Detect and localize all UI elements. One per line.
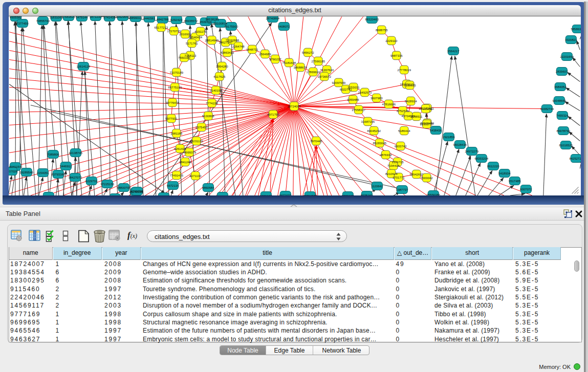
svg-text:31682744: 31682744 [540,107,554,110]
svg-text:17869910: 17869910 [307,70,320,73]
svg-text:7003042: 7003042 [421,176,433,179]
svg-text:38754377: 38754377 [303,194,317,195]
svg-text:9487336: 9487336 [390,54,403,57]
svg-text:2264748: 2264748 [232,45,245,48]
svg-text:38688676: 38688676 [294,65,308,69]
svg-text:66775103: 66775103 [168,85,182,89]
svg-text:7377459: 7377459 [16,21,29,25]
svg-text:93303777: 93303777 [420,122,434,125]
svg-text:3871230: 3871230 [90,16,102,18]
svg-text:1954280: 1954280 [216,64,228,68]
svg-text:6672134: 6672134 [167,184,179,187]
svg-text:6438436: 6438436 [430,128,442,132]
svg-text:6007072: 6007072 [520,187,532,190]
svg-text:3607983: 3607983 [371,96,383,99]
svg-text:7194416: 7194416 [387,164,400,167]
svg-text:2437026: 2437026 [9,169,18,172]
svg-text:28814949: 28814949 [205,38,219,41]
svg-text:70855700: 70855700 [36,19,50,22]
svg-text:71367643: 71367643 [320,68,334,71]
svg-text:7550190: 7550190 [178,56,190,59]
svg-text:28740864: 28740864 [266,16,280,19]
svg-text:55540424: 55540424 [189,35,203,38]
svg-text:44999379: 44999379 [183,150,197,154]
svg-text:25492573: 25492573 [358,91,372,94]
svg-text:2140194: 2140194 [210,89,222,92]
svg-text:98231132: 98231132 [190,139,204,142]
svg-text:7089806: 7089806 [47,152,59,156]
svg-text:1841248: 1841248 [179,160,191,163]
svg-text:1848731: 1848731 [246,48,258,51]
svg-text:27558317: 27558317 [352,108,366,111]
svg-text:5479144: 5479144 [76,16,88,19]
svg-text:38427073: 38427073 [69,176,82,179]
svg-text:42138745: 42138745 [69,151,83,154]
svg-text:2229110: 2229110 [386,39,398,42]
svg-text:1120642: 1120642 [372,184,384,187]
svg-text:96028436: 96028436 [453,143,467,146]
svg-text:5428914: 5428914 [405,99,417,102]
svg-text:3684052: 3684052 [554,85,567,88]
svg-text:24972279: 24972279 [465,149,479,152]
svg-text:8210624: 8210624 [385,172,398,175]
svg-text:71070189: 71070189 [170,71,184,74]
svg-text:58942697: 58942697 [410,172,424,176]
svg-text:6229731: 6229731 [85,179,98,182]
svg-text:2839607: 2839607 [556,70,568,73]
svg-text:6261415: 6261415 [174,147,186,150]
svg-text:60929647: 60929647 [116,16,130,18]
svg-text:2130789: 2130789 [158,195,170,195]
svg-text:84252722: 84252722 [570,157,581,160]
svg-text:8935169: 8935169 [361,193,373,195]
svg-text:3564217: 3564217 [447,49,460,52]
svg-text:2626229: 2626229 [42,194,55,195]
svg-text:5446912: 5446912 [60,164,72,167]
svg-text:90048665: 90048665 [553,99,567,102]
svg-text:5977931: 5977931 [165,117,178,120]
svg-text:5408072: 5408072 [278,25,290,28]
svg-text:58586340: 58586340 [571,27,581,30]
svg-text:2876932: 2876932 [380,153,392,156]
svg-text:8930103: 8930103 [342,194,354,195]
svg-text:1701771: 1701771 [393,176,405,179]
svg-text:88320463: 88320463 [365,17,379,20]
svg-text:3500715: 3500715 [391,160,404,163]
svg-text:4117625: 4117625 [214,75,226,78]
svg-text:95899313: 95899313 [129,16,143,19]
svg-text:6933742: 6933742 [395,144,407,147]
svg-text:5130808: 5130808 [202,114,214,117]
svg-text:6271130: 6271130 [190,174,202,177]
svg-text:27566185: 27566185 [312,59,325,62]
svg-text:3790237: 3790237 [269,57,281,60]
svg-text:3970445: 3970445 [310,139,322,142]
svg-text:83793389: 83793389 [52,172,66,176]
svg-text:5186414: 5186414 [398,129,410,132]
svg-text:7199635: 7199635 [404,83,416,86]
svg-text:1987737: 1987737 [396,188,408,191]
svg-text:6752576: 6752576 [397,109,409,112]
svg-text:7774229: 7774229 [206,101,218,104]
svg-text:35556386: 35556386 [427,193,441,195]
svg-text:3253031: 3253031 [347,85,360,89]
svg-text:19289546: 19289546 [20,170,34,173]
svg-text:4191175: 4191175 [195,30,207,33]
svg-text:8612220: 8612220 [487,164,499,167]
svg-text:97225156: 97225156 [101,182,115,185]
svg-text:85283645: 85283645 [373,141,387,144]
svg-text:92097999: 92097999 [332,81,346,84]
svg-text:2564689: 2564689 [259,52,271,55]
svg-text:5041154: 5041154 [10,165,22,168]
svg-text:2548511: 2548511 [411,115,423,118]
svg-text:47135391: 47135391 [419,107,433,110]
svg-text:77491435: 77491435 [170,173,184,177]
svg-text:4905582: 4905582 [10,16,22,19]
svg-text:68353204: 68353204 [475,157,489,160]
svg-text:3320821: 3320821 [565,38,577,41]
svg-text:19736572: 19736572 [318,75,332,78]
svg-text:2921859: 2921859 [443,135,455,138]
svg-text:29175900: 29175900 [225,25,238,28]
svg-text:5171761: 5171761 [186,41,198,45]
svg-text:75181648: 75181648 [282,61,296,64]
svg-text:81016525: 81016525 [559,143,573,146]
svg-text:3154051: 3154051 [37,171,49,174]
